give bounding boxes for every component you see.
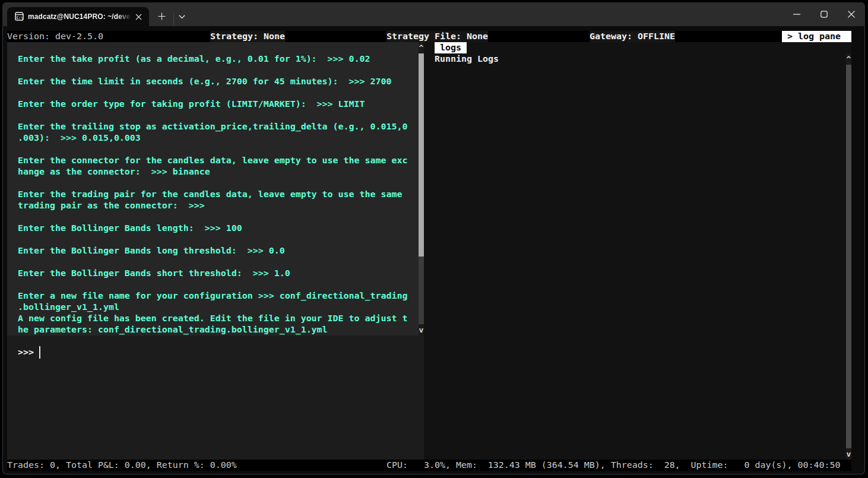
- gateway-label: Gateway: OFFLINE: [590, 31, 675, 42]
- command-input-pane[interactable]: >>>: [7, 335, 424, 460]
- terminal-window: C:\ madcatz@NUC14PRO: ~/deve: [2, 2, 865, 474]
- trades-status: Trades: 0, Total P&L: 0.00, Return %: 0.…: [7, 460, 237, 471]
- tab-bar-separator: [173, 12, 174, 26]
- close-button[interactable]: [838, 2, 865, 26]
- output-scrollbar-track[interactable]: [419, 257, 424, 324]
- close-icon: [135, 14, 142, 20]
- minimize-icon: [793, 14, 800, 15]
- logs-scroll-down[interactable]: v: [846, 448, 851, 460]
- tab-dropdown-button[interactable]: [175, 10, 189, 24]
- command-prompt-icon: C:\: [15, 12, 24, 21]
- svg-text:C:\: C:\: [17, 15, 23, 20]
- logs-scroll-up[interactable]: ^: [846, 53, 851, 65]
- text-cursor: [39, 346, 40, 359]
- strategy-file-label: Strategy File: None: [387, 31, 488, 42]
- tab-title: madcatz@NUC14PRO: ~/deve: [28, 7, 132, 26]
- input-prompt: >>>: [18, 347, 34, 358]
- log-pane[interactable]: logs Running Logs ^ v: [424, 42, 851, 460]
- log-pane-toggle[interactable]: > log pane: [782, 31, 851, 42]
- output-log-text: Enter the take profit (as a decimal, e.g…: [18, 53, 408, 335]
- title-bar[interactable]: C:\ madcatz@NUC14PRO: ~/deve: [2, 2, 865, 26]
- output-pane[interactable]: Enter the take profit (as a decimal, e.g…: [7, 42, 424, 335]
- hummingbot-app: Version: dev-2.5.0 Strategy: None Strate…: [7, 31, 851, 471]
- close-icon: [848, 11, 856, 18]
- top-status-bar: Version: dev-2.5.0 Strategy: None Strate…: [7, 31, 851, 42]
- plus-icon: [158, 12, 166, 20]
- chevron-down-icon: [179, 15, 185, 19]
- output-scroll-down[interactable]: v: [419, 324, 424, 335]
- new-tab-button[interactable]: [155, 10, 174, 24]
- maximize-button[interactable]: [810, 2, 838, 26]
- version-label: Version: dev-2.5.0: [7, 31, 103, 42]
- system-status: CPU: 3.0%, Mem: 132.43 MB (364.54 MB), T…: [387, 460, 840, 471]
- log-pane-title: Running Logs: [435, 53, 499, 65]
- strategy-label: Strategy: None: [210, 31, 285, 42]
- logs-scrollbar-thumb[interactable]: [846, 65, 851, 448]
- tab-close-button[interactable]: [131, 11, 145, 23]
- maximize-icon: [821, 11, 828, 18]
- logs-tab[interactable]: logs: [435, 42, 467, 53]
- output-scroll-up[interactable]: ^: [419, 42, 424, 53]
- terminal-tab[interactable]: C:\ madcatz@NUC14PRO: ~/deve: [7, 7, 149, 26]
- bottom-status-bar: Trades: 0, Total P&L: 0.00, Return %: 0.…: [7, 460, 851, 471]
- minimize-button[interactable]: [783, 2, 810, 26]
- output-scrollbar-thumb[interactable]: [419, 53, 424, 257]
